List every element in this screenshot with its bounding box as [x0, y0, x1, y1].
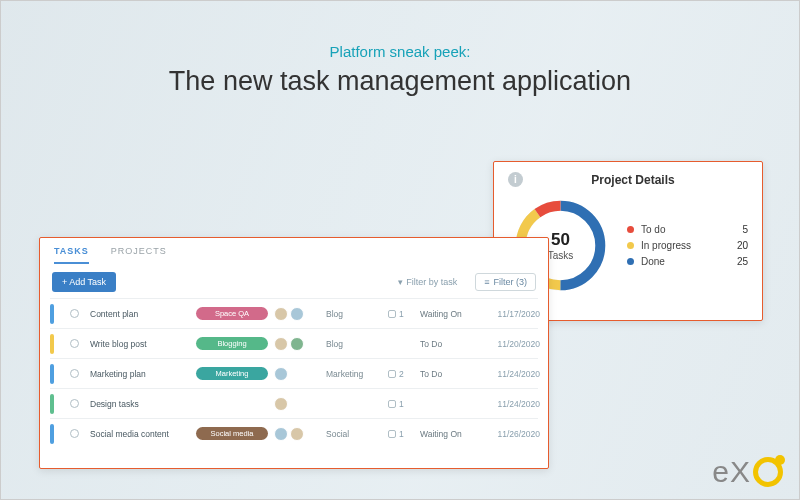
task-row[interactable]: Social media content Social media Social… — [50, 418, 538, 448]
comment-count[interactable]: 1 — [388, 429, 414, 439]
legend-name: Done — [641, 256, 719, 267]
task-list: Content plan Space QA Blog 1 Waiting On … — [40, 298, 548, 448]
exo-logo: eX — [712, 455, 783, 489]
complete-radio[interactable] — [70, 339, 79, 348]
task-category: Marketing — [326, 369, 382, 379]
info-icon[interactable]: i — [508, 172, 523, 187]
task-status: Waiting On — [420, 309, 484, 319]
comment-count[interactable]: 2 — [388, 369, 414, 379]
legend-item-done: Done 25 — [627, 256, 748, 267]
filter-button[interactable]: ≡ Filter (3) — [475, 273, 536, 291]
legend-item-todo: To do 5 — [627, 224, 748, 235]
filter-by-task-link[interactable]: ▾ Filter by task — [398, 277, 457, 287]
tab-projects[interactable]: PROJECTS — [111, 246, 167, 264]
comment-icon — [388, 430, 396, 438]
task-name: Marketing plan — [90, 369, 190, 379]
task-tag[interactable]: Blogging — [196, 337, 268, 350]
assignees[interactable] — [274, 397, 320, 411]
project-details-title: Project Details — [533, 173, 733, 187]
complete-radio[interactable] — [70, 309, 79, 318]
add-task-button[interactable]: + Add Task — [52, 272, 116, 292]
priority-bar-icon — [50, 304, 54, 324]
comment-icon — [388, 400, 396, 408]
priority-bar-icon — [50, 364, 54, 384]
donut-total-value: 50 — [551, 230, 570, 250]
legend-dot-icon — [627, 226, 634, 233]
legend-dot-icon — [627, 242, 634, 249]
assignees[interactable] — [274, 337, 320, 351]
task-category: Social — [326, 429, 382, 439]
task-date: 11/26/2020 — [490, 429, 540, 439]
task-name: Social media content — [90, 429, 190, 439]
task-row[interactable]: Content plan Space QA Blog 1 Waiting On … — [50, 298, 538, 328]
hero-kicker: Platform sneak peek: — [1, 43, 799, 60]
task-category: Blog — [326, 339, 382, 349]
priority-bar-icon — [50, 334, 54, 354]
comment-count[interactable]: 1 — [388, 309, 414, 319]
logo-o-icon — [753, 457, 783, 487]
task-date: 11/20/2020 — [490, 339, 540, 349]
complete-radio[interactable] — [70, 429, 79, 438]
task-tag[interactable]: Social media — [196, 427, 268, 440]
legend-value: 5 — [726, 224, 748, 235]
comment-icon — [388, 310, 396, 318]
assignees[interactable] — [274, 427, 320, 441]
assignees[interactable] — [274, 367, 320, 381]
comment-count[interactable]: 1 — [388, 399, 414, 409]
task-name: Design tasks — [90, 399, 190, 409]
filter-icon: ≡ — [484, 277, 489, 287]
task-row[interactable]: Marketing plan Marketing Marketing 2 To … — [50, 358, 538, 388]
tasks-window: TASKS PROJECTS + Add Task ▾ Filter by ta… — [39, 237, 549, 469]
filter-count-label: Filter (3) — [494, 277, 528, 287]
donut-total-label: Tasks — [548, 250, 574, 261]
task-row[interactable]: Design tasks 1 11/24/2020 — [50, 388, 538, 418]
task-category: Blog — [326, 309, 382, 319]
task-date: 11/17/2020 — [490, 309, 540, 319]
priority-bar-icon — [50, 424, 54, 444]
assignees[interactable] — [274, 307, 320, 321]
legend-dot-icon — [627, 258, 634, 265]
task-date: 11/24/2020 — [490, 399, 540, 409]
filter-by-task-label: Filter by task — [406, 277, 457, 287]
tab-tasks[interactable]: TASKS — [54, 246, 89, 264]
comment-icon — [388, 370, 396, 378]
complete-radio[interactable] — [70, 369, 79, 378]
task-tag[interactable]: Space QA — [196, 307, 268, 320]
funnel-icon: ▾ — [398, 277, 403, 287]
hero-title: The new task management application — [1, 66, 799, 97]
legend-name: To do — [641, 224, 719, 235]
donut-legend: To do 5 In progress 20 Done 25 — [627, 219, 748, 272]
task-name: Content plan — [90, 309, 190, 319]
task-status: To Do — [420, 339, 484, 349]
task-status: Waiting On — [420, 429, 484, 439]
task-status: To Do — [420, 369, 484, 379]
task-date: 11/24/2020 — [490, 369, 540, 379]
legend-item-inprogress: In progress 20 — [627, 240, 748, 251]
legend-name: In progress — [641, 240, 719, 251]
legend-value: 20 — [726, 240, 748, 251]
task-tag[interactable]: Marketing — [196, 367, 268, 380]
priority-bar-icon — [50, 394, 54, 414]
legend-value: 25 — [726, 256, 748, 267]
complete-radio[interactable] — [70, 399, 79, 408]
task-row[interactable]: Write blog post Blogging Blog To Do 11/2… — [50, 328, 538, 358]
task-name: Write blog post — [90, 339, 190, 349]
